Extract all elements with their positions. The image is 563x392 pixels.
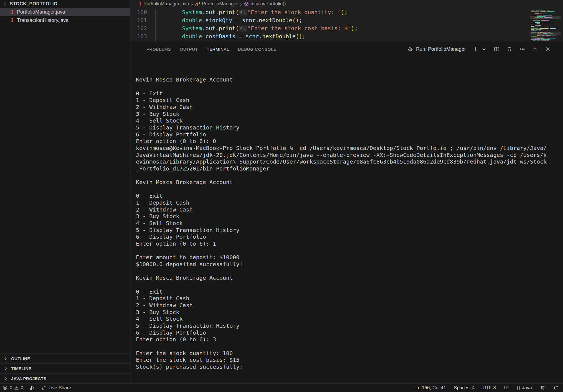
cursor-position[interactable]: Ln 166, Col 41 [415, 385, 446, 391]
minimap-line [540, 11, 546, 12]
warning-icon: ⚠ [14, 385, 19, 390]
language-label: Java [522, 385, 532, 391]
code-text: double stockQty = scnr.nextDouble(); [155, 16, 302, 24]
terminal-dropdown-chevron-icon[interactable] [481, 46, 487, 52]
vscode-window: STOCK_PORTFOLIO J PortfolioManager.java … [0, 0, 563, 392]
section-java-projects[interactable]: JAVA PROJECTS [0, 373, 130, 383]
code-token: = [235, 33, 245, 40]
code-token: double [182, 17, 202, 24]
tab-label: DEBUG CONSOLE [238, 47, 277, 52]
section-outline[interactable]: OUTLINE [0, 353, 130, 363]
code-editor[interactable]: 100 System.out.print(s:"Enter the stock … [130, 8, 563, 42]
section-label: JAVA PROJECTS [11, 376, 46, 381]
encoding-setting[interactable]: UTF-8 [483, 385, 496, 391]
close-panel-icon[interactable] [545, 46, 551, 52]
chevron-right-icon [4, 366, 8, 371]
code-token: ( [235, 25, 239, 32]
code-token: . [255, 17, 259, 24]
code-line[interactable]: 100 System.out.print(s:"Enter the stock … [130, 8, 563, 16]
panel-tabs: PROBLEMS OUTPUT TERMINAL DEBUG CONSOLE [142, 42, 281, 56]
eol-label: LF [504, 385, 509, 391]
person-check-icon [540, 385, 545, 391]
minimap-line [550, 28, 556, 29]
terminal-actions: Run: PortfolioManager [407, 46, 551, 52]
maximize-panel-chevron-up-icon[interactable] [532, 46, 538, 52]
indentation-setting[interactable]: Spaces: 4 [454, 385, 475, 391]
kill-terminal-trash-icon[interactable] [506, 46, 513, 52]
section-label: TIMELINE [11, 366, 31, 371]
tab-debug-console[interactable]: DEBUG CONSOLE [234, 42, 281, 56]
code-token [155, 33, 182, 40]
inlay-hint: s: [239, 26, 247, 32]
explorer-folder-header[interactable]: STOCK_PORTFOLIO [0, 0, 130, 8]
minimap-line [535, 31, 542, 31]
code-token: double [182, 33, 202, 40]
debug-bug-icon [407, 46, 413, 52]
code-token: () [296, 33, 302, 40]
code-token: "Enter the stock cost basis: $" [248, 25, 351, 32]
tab-label: OUTPUT [180, 47, 198, 52]
language-mode[interactable]: {} Java [517, 385, 532, 391]
sidebar-item-transactionhistory[interactable]: J TransactionHistory.java [0, 16, 130, 24]
line-number: 101 [130, 16, 147, 24]
inlay-hint: s: [239, 9, 247, 16]
minimap-line [539, 28, 549, 29]
code-lines: 100 System.out.print(s:"Enter the stock … [130, 8, 563, 40]
eol-setting[interactable]: LF [504, 385, 509, 391]
more-actions-ellipsis-icon[interactable] [519, 46, 525, 52]
split-terminal-icon[interactable] [494, 46, 500, 52]
bell-icon [553, 385, 559, 391]
code-line[interactable]: 103 double costBasis = scnr.nextDouble()… [130, 32, 563, 40]
code-token: . [215, 9, 219, 16]
code-text: double costBasis = scnr.nextDouble(); [155, 32, 306, 40]
breadcrumb-class[interactable]: PortfolioManager [195, 1, 238, 7]
warning-count: 0 [21, 385, 23, 391]
code-text: System.out.print(s:"Enter the stock quan… [155, 8, 348, 17]
minimap-line [537, 40, 540, 41]
code-token: = [232, 17, 242, 24]
tab-output[interactable]: OUTPUT [175, 42, 202, 56]
code-line[interactable]: 101 double stockQty = scnr.nextDouble(); [130, 16, 563, 24]
minimap-line [535, 14, 543, 14]
tab-terminal[interactable]: TERMINAL [202, 42, 234, 56]
code-token: ; [299, 17, 302, 24]
symbol-method-icon [244, 2, 249, 6]
code-token: nextDouble [259, 17, 292, 24]
problems-status[interactable]: 0 ⚠ 0 [2, 385, 23, 391]
minimap-line [531, 32, 537, 33]
error-icon [2, 385, 8, 391]
minimap-line [541, 40, 549, 41]
tab-problems[interactable]: PROBLEMS [142, 42, 175, 56]
minimap-line [531, 12, 539, 12]
code-token: . [202, 25, 206, 32]
code-token: System [182, 9, 202, 16]
minimap-line [540, 22, 548, 22]
live-share-button[interactable]: Live Share [41, 385, 71, 391]
debug-run-button[interactable] [29, 385, 35, 391]
terminal-output[interactable]: Kevin Mosca Brokerage Account 0 - Exit 1… [136, 63, 561, 378]
run-label: Run: PortfolioManager [416, 46, 466, 52]
minimap-line [544, 17, 552, 18]
code-token: . [202, 9, 206, 16]
workspace-title: STOCK_PORTFOLIO [10, 1, 57, 7]
terminal-process-selector[interactable]: Run: PortfolioManager [407, 46, 466, 52]
minimap-line [547, 11, 554, 12]
breadcrumb-separator-icon: › [191, 1, 193, 7]
code-line[interactable]: 102 System.out.print(s:"Enter the stock … [130, 24, 563, 32]
active-tab-indicator [207, 55, 229, 55]
code-token: . [215, 25, 219, 32]
breadcrumb-method[interactable]: displayPortfolio() [244, 1, 286, 7]
section-timeline[interactable]: TIMELINE [0, 363, 130, 373]
line-number: 100 [130, 8, 147, 16]
chevron-down-icon [3, 2, 7, 6]
sidebar-item-portfoliomanager[interactable]: J PortfolioManager.java [0, 8, 130, 16]
line-number: 102 [130, 24, 147, 32]
minimap[interactable] [530, 8, 561, 41]
minimap-line [535, 17, 543, 18]
notifications-button[interactable] [553, 385, 559, 391]
new-terminal-plus-icon[interactable] [473, 46, 479, 52]
section-label: OUTLINE [11, 356, 30, 361]
breadcrumb-file[interactable]: J PortfolioManager.java [139, 1, 189, 7]
minimap-line [543, 23, 553, 23]
accounts-button[interactable] [540, 385, 545, 391]
